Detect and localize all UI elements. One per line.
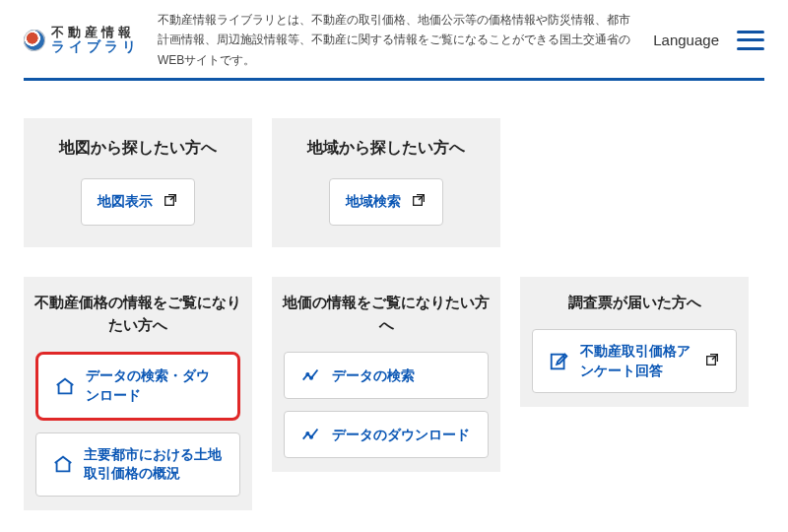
svg-point-2 (306, 373, 308, 375)
land-price-column: 地価の情報をご覧になりたい方へ データの検索 データのダウンロード (272, 277, 500, 510)
svg-point-5 (310, 436, 312, 438)
button-label: 不動産取引価格アンケート回答 (580, 342, 694, 380)
column-title: 調査票が届いた方へ (520, 277, 749, 329)
major-city-overview-button[interactable]: 主要都市における土地取引価格の概況 (35, 432, 240, 497)
search-method-panels: 地図から探したい方へ 地図表示 地域から探したい方へ 地域検索 (0, 81, 788, 247)
house-icon (54, 375, 76, 397)
land-data-download-button[interactable]: データのダウンロード (284, 411, 489, 458)
external-link-icon (163, 192, 178, 211)
price-info-column: 不動産価格の情報をご覧になりたい方へ データの検索・ダウンロード 主要都市におけ… (24, 277, 252, 510)
logo-swirl-icon (24, 30, 45, 51)
panel-title: 地域から探したい方へ (288, 136, 485, 161)
svg-point-4 (306, 432, 308, 434)
land-data-search-button[interactable]: データの検索 (284, 352, 489, 399)
map-search-panel: 地図から探したい方へ 地図表示 (24, 118, 252, 247)
header: 不動産情報 ライブラリ 不動産情報ライブラリとは、不動産の取引価格、地価公示等の… (0, 0, 788, 78)
external-link-icon (704, 352, 720, 370)
form-edit-icon (549, 351, 570, 372)
survey-response-button[interactable]: 不動産取引価格アンケート回答 (532, 329, 737, 393)
button-label: データのダウンロード (332, 426, 470, 445)
button-label: データの検索 (332, 366, 415, 386)
site-logo[interactable]: 不動産情報 ライブラリ (24, 26, 140, 53)
language-selector[interactable]: Language (653, 32, 719, 48)
external-link-icon (411, 192, 427, 211)
survey-column: 調査票が届いた方へ 不動産取引価格アンケート回答 (520, 277, 749, 510)
map-display-button[interactable]: 地図表示 (81, 178, 195, 226)
button-label: 主要都市における土地取引価格の概況 (84, 445, 224, 484)
house-icon (52, 453, 74, 475)
svg-point-3 (310, 377, 312, 379)
panel-title: 地図から探したい方へ (39, 136, 236, 161)
logo-text-bottom: ライブラリ (51, 39, 140, 54)
logo-text-top: 不動産情報 (51, 26, 140, 39)
hamburger-menu-icon[interactable] (737, 31, 764, 50)
region-search-button[interactable]: 地域検索 (329, 178, 443, 226)
chart-icon (300, 424, 322, 445)
chart-icon (300, 365, 322, 386)
region-search-panel: 地域から探したい方へ 地域検索 (272, 118, 500, 247)
column-title: 地価の情報をご覧になりたい方へ (272, 277, 500, 353)
button-label: 地図表示 (98, 192, 153, 212)
data-search-download-button[interactable]: データの検索・ダウンロード (35, 352, 240, 420)
info-columns: 不動産価格の情報をご覧になりたい方へ データの検索・ダウンロード 主要都市におけ… (0, 247, 788, 510)
button-label: 地域検索 (346, 192, 401, 212)
site-tagline: 不動産情報ライブラリとは、不動産の取引価格、地価公示等の価格情報や防災情報、都市… (154, 10, 639, 70)
button-label: データの検索・ダウンロード (86, 366, 222, 405)
column-title: 不動産価格の情報をご覧になりたい方へ (24, 277, 252, 353)
